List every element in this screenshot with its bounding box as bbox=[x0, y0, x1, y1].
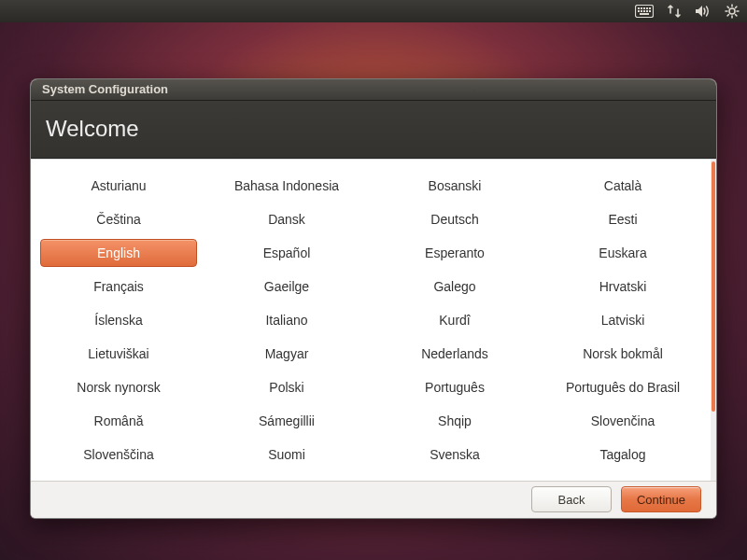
scroll-thumb[interactable] bbox=[712, 161, 715, 412]
language-option[interactable]: English bbox=[40, 239, 197, 267]
language-option[interactable]: Asturianu bbox=[40, 173, 197, 199]
dialog-titlebar: System Configuration bbox=[31, 79, 716, 101]
language-option[interactable]: Euskara bbox=[544, 240, 701, 266]
language-option[interactable]: Slovenščina bbox=[40, 441, 197, 468]
language-option[interactable]: Dansk bbox=[208, 206, 365, 232]
network-icon[interactable] bbox=[667, 5, 682, 18]
dialog-header: Welcome bbox=[31, 101, 716, 159]
svg-rect-2 bbox=[641, 7, 642, 9]
language-option[interactable]: Português do Brasil bbox=[544, 374, 701, 400]
dialog-footer: Back Continue bbox=[31, 481, 716, 518]
svg-rect-10 bbox=[649, 10, 651, 12]
back-button[interactable]: Back bbox=[531, 486, 612, 512]
language-grid: AsturianuBahasa IndonesiaBosanskiCatalàČ… bbox=[31, 160, 711, 481]
svg-rect-7 bbox=[641, 10, 642, 12]
svg-rect-6 bbox=[638, 10, 640, 12]
sound-icon[interactable] bbox=[695, 5, 712, 18]
language-option[interactable]: Gaeilge bbox=[208, 273, 365, 300]
language-option[interactable]: Esperanto bbox=[376, 240, 533, 266]
svg-rect-11 bbox=[640, 13, 649, 15]
svg-rect-5 bbox=[649, 7, 651, 9]
language-option[interactable]: Hrvatski bbox=[544, 273, 701, 300]
language-option[interactable]: Shqip bbox=[376, 408, 533, 434]
config-dialog: System Configuration Welcome AsturianuBa… bbox=[30, 78, 717, 519]
svg-rect-1 bbox=[638, 7, 640, 9]
continue-button[interactable]: Continue bbox=[621, 486, 701, 512]
svg-rect-4 bbox=[646, 7, 648, 9]
language-option[interactable]: Svenska bbox=[376, 441, 533, 468]
language-option[interactable]: Italiano bbox=[208, 307, 365, 333]
language-option[interactable]: Suomi bbox=[208, 441, 365, 468]
language-option[interactable]: Kurdî bbox=[376, 307, 533, 333]
keyboard-icon[interactable] bbox=[635, 5, 654, 18]
language-option[interactable]: Íslenska bbox=[40, 307, 197, 333]
scrollbar[interactable] bbox=[711, 160, 716, 481]
language-option[interactable]: Latviski bbox=[544, 307, 701, 333]
language-option[interactable]: Bahasa Indonesia bbox=[208, 173, 365, 199]
settings-icon[interactable] bbox=[725, 4, 740, 19]
language-option[interactable]: Lietuviškai bbox=[40, 341, 197, 367]
svg-point-12 bbox=[729, 8, 735, 14]
svg-rect-3 bbox=[643, 7, 645, 9]
language-option[interactable]: Slovenčina bbox=[544, 408, 701, 434]
language-option[interactable]: Tagalog bbox=[544, 441, 701, 468]
svg-rect-9 bbox=[646, 10, 648, 12]
page-heading: Welcome bbox=[46, 116, 139, 142]
language-option[interactable]: Português bbox=[376, 374, 533, 400]
language-option[interactable]: Eesti bbox=[544, 206, 701, 232]
language-option[interactable]: Español bbox=[208, 240, 365, 266]
language-option[interactable]: Norsk bokmål bbox=[544, 341, 701, 367]
language-option[interactable]: Galego bbox=[376, 273, 533, 300]
language-option[interactable]: Deutsch bbox=[376, 206, 533, 232]
language-option[interactable]: Norsk nynorsk bbox=[40, 374, 197, 400]
system-topbar bbox=[0, 0, 747, 22]
language-option[interactable]: Bosanski bbox=[376, 173, 533, 199]
language-option[interactable]: Magyar bbox=[208, 341, 365, 367]
language-option[interactable]: Français bbox=[40, 273, 197, 300]
dialog-content: AsturianuBahasa IndonesiaBosanskiCatalàČ… bbox=[31, 159, 716, 481]
language-option[interactable]: Polski bbox=[208, 374, 365, 400]
svg-rect-8 bbox=[643, 10, 645, 12]
language-option[interactable]: Čeština bbox=[40, 206, 197, 232]
language-option[interactable]: Nederlands bbox=[376, 341, 533, 367]
language-option[interactable]: Sámegillii bbox=[208, 408, 365, 434]
language-option[interactable]: Română bbox=[40, 408, 197, 434]
dialog-title: System Configuration bbox=[42, 82, 168, 96]
language-option[interactable]: Català bbox=[544, 173, 701, 199]
